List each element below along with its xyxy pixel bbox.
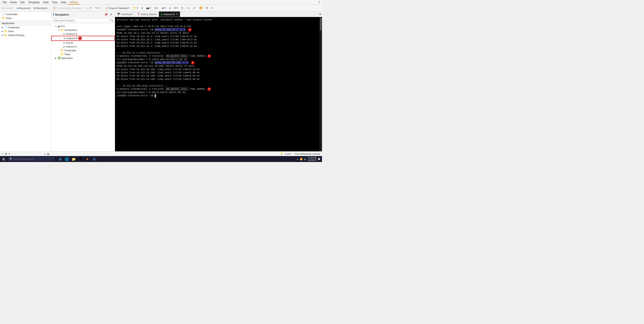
- terminal-line-17: 64 bytes from 10.222.10.100: icmp_seq=2 …: [117, 71, 318, 74]
- menu-help[interactable]: Help: [59, 0, 68, 4]
- taskbar: ⊞ 🔍 ⊞ 🌐 📁 🖥 ● ⊞ ▲ 📶 🔊 10:09 AM 6/5/2024: [0, 156, 322, 162]
- stop-button[interactable]: ⊘: [180, 6, 185, 10]
- credentials-icon: 📄: [4, 26, 7, 29]
- tree-item-nav-credentials[interactable]: 📁 Credentials: [51, 48, 115, 52]
- taskbar-search-box[interactable]: 🔍: [8, 157, 54, 161]
- font-icon: A: [154, 7, 156, 9]
- tasks-chevron: ▶: [2, 30, 3, 32]
- search-button-tb[interactable]: 🔍: [185, 6, 191, 10]
- template-icon: 📋: [53, 6, 56, 9]
- sidebar-item-tasks[interactable]: ▶ 📁 Tasks: [0, 29, 51, 33]
- tab-instance-b[interactable]: ▶ instance-B ✕: [159, 11, 180, 17]
- disconnect-button[interactable]: ■ Disconnect: [15, 6, 32, 10]
- tree-item-instance-b[interactable]: ▷ instance-B 1: [51, 36, 115, 41]
- taskbar-app-folder[interactable]: 📁: [71, 156, 77, 162]
- annotation-3: 3: [208, 54, 211, 58]
- folder-button[interactable]: 📁 ▾: [132, 6, 140, 10]
- blue-app-icon: ⊞: [93, 157, 96, 161]
- nav-search-input[interactable]: [52, 18, 110, 22]
- tree-item-oci[interactable]: ▼ ☁ OCI: [51, 24, 115, 28]
- font-button[interactable]: A ▾: [153, 6, 160, 10]
- taskbar-apps: ⊞ 🌐 📁 🖥 ● ⊞: [55, 156, 99, 162]
- settings-icon: ⚙: [206, 6, 208, 9]
- nav-close-button[interactable]: ✕: [109, 13, 113, 16]
- taskbar-app-blue[interactable]: ⊞: [91, 156, 97, 162]
- reconnect-button[interactable]: ▶ Reconnect: [32, 6, 49, 10]
- settings-button[interactable]: ⚙: [204, 6, 209, 10]
- menu-file[interactable]: File: [1, 0, 8, 4]
- taskbar-search-icon: 🔍: [9, 158, 12, 161]
- terminal-line-22: 4 packets transmitted, 4 received, 0% pa…: [117, 87, 318, 91]
- instance-b-close-icon[interactable]: ✕: [176, 13, 178, 15]
- tools-button[interactable]: 🔧 ▾: [94, 6, 101, 10]
- status-license: Free Shareware License: [295, 153, 320, 155]
- tab-getting-started[interactable]: ❓ Getting Started: [135, 11, 159, 17]
- separator-2: [102, 6, 103, 10]
- advanced-search-button[interactable]: 🔎: [192, 6, 198, 10]
- signal-button[interactable]: 📶: [198, 6, 204, 10]
- window-button[interactable]: ⊟ ▾: [172, 6, 179, 10]
- terminal-line-8: 64 bytes from 10.222.10.1: icmp_seq=3 tt…: [117, 41, 318, 44]
- terminal[interactable]: Activate the web console with: systemctl…: [115, 17, 320, 151]
- terminal-line-12: 4 packets transmitted, 4 received, 0% pa…: [117, 54, 318, 58]
- taskbar-app-orange[interactable]: ●: [84, 156, 90, 162]
- text-button[interactable]: A: [168, 6, 172, 10]
- screenshot-icon: 📷: [146, 6, 149, 9]
- menu-edit[interactable]: Edit: [18, 0, 26, 4]
- tree-item-instance-a[interactable]: ▷ instance-A: [51, 32, 115, 36]
- screenshot-button[interactable]: 📷 ▾: [145, 6, 153, 10]
- sidebar-item-credentials-top[interactable]: 📄 Credentials: [0, 12, 51, 16]
- scrollbar-thumb[interactable]: [320, 18, 322, 31]
- menu-view[interactable]: View: [50, 0, 59, 4]
- tabs-dropdown-icon[interactable]: ▾: [318, 13, 322, 16]
- nav-credentials-icon: 📁: [60, 49, 64, 52]
- settings-footer-button[interactable]: ⚙: [5, 152, 8, 156]
- play-icon-footer[interactable]: ▶: [48, 152, 50, 155]
- getting-started-icon: ❓: [137, 13, 140, 15]
- window-dropdown-icon: ▾: [176, 6, 178, 9]
- nav-pin-button[interactable]: 📌: [104, 13, 108, 16]
- menu-templates[interactable]: Templates: [26, 0, 42, 4]
- tab-dashboard[interactable]: 🖥️ Dashboard: [115, 11, 135, 17]
- star-icon-footer[interactable]: ☆: [44, 152, 46, 155]
- tree-item-instance-c[interactable]: ▷ instance-C: [51, 45, 115, 48]
- taskbar-notification-icon[interactable]: 💬: [318, 158, 320, 160]
- advanced-search-icon: 🔎: [193, 6, 196, 9]
- text-icon: A: [169, 7, 170, 9]
- left-panel-footer: + ⚙ ▾ ☆ ▶: [0, 151, 51, 156]
- terminal-scrollbar[interactable]: [320, 17, 322, 151]
- taskbar-chevron-up[interactable]: ▲: [296, 158, 298, 160]
- start-button[interactable]: ⊞: [0, 156, 7, 162]
- menu-data[interactable]: Data: [42, 0, 50, 4]
- menu-home[interactable]: Home: [8, 0, 18, 4]
- connect-template-button[interactable]: 📋 Connect using Template ▾: [51, 6, 85, 10]
- terminal-line-4: [opc@ih-instance-vcn-b ~]$ ping 10.222.1…: [117, 28, 318, 31]
- taskbar-app-edge[interactable]: 🌐: [64, 156, 70, 162]
- add-button[interactable]: +: [2, 152, 4, 156]
- nav-application-chevron: ▶: [55, 57, 58, 59]
- dropdown-footer-button[interactable]: ▾: [9, 152, 10, 155]
- tree-item-hub-fw[interactable]: ▷ hub-fw: [51, 41, 115, 45]
- wand-button[interactable]: 🪄 ▾: [85, 6, 93, 10]
- tree-item-nav-tasks[interactable]: 📁 Tasks: [51, 52, 115, 56]
- help-icon[interactable]: ?: [317, 1, 321, 4]
- menu-actions[interactable]: Actions: [68, 0, 80, 4]
- tree-item-connections[interactable]: ▼ 📁 Connections: [51, 28, 115, 32]
- sidebar-item-credentials[interactable]: ▶ 📄 Credentials: [0, 25, 51, 29]
- terminal-line-blank1: [117, 21, 318, 25]
- copy-clipboard-button[interactable]: 📋 Copy to Clipboard ▾: [104, 6, 131, 10]
- taskbar-app-monitor[interactable]: 🖥: [78, 156, 84, 162]
- taskbar-search-input[interactable]: [14, 158, 48, 160]
- sidebar-item-tasks-top[interactable]: 📁 Tasks: [0, 16, 51, 20]
- prompt-3: [opc@ih-instance-vcn-b ~]$: [117, 94, 154, 97]
- dashboard-icon: 🖥️: [117, 13, 120, 15]
- tree-item-nav-application[interactable]: ▶ 🌿 Application: [51, 56, 115, 60]
- taskbar-app-grid[interactable]: ⊞: [57, 156, 63, 162]
- more-button[interactable]: ▾: [210, 6, 214, 10]
- monitor-button[interactable]: 🖥 ▾: [160, 6, 167, 10]
- copy-button[interactable]: ⎘: [140, 6, 144, 10]
- connect-button[interactable]: ▶ Connect: [1, 6, 15, 10]
- sidebar-item-default-settings[interactable]: ▶ 📁 Default Settings: [0, 33, 51, 37]
- search-icon-tb: 🔍: [186, 6, 190, 9]
- credentials-chevron: ▶: [2, 26, 3, 28]
